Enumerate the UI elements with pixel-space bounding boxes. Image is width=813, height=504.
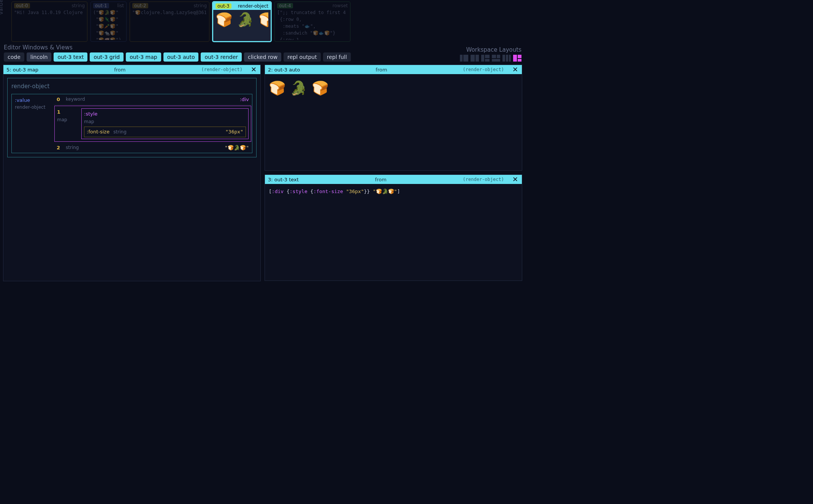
out3-map-button[interactable]: out-3 map <box>126 52 161 62</box>
pane-out3-text-close-icon[interactable]: ✕ <box>512 176 519 183</box>
pane-out3-auto-render: 🍞 🐊 🍞 <box>265 74 522 170</box>
layout-icon-1[interactable] <box>460 55 468 62</box>
out3-text-button[interactable]: out-3 text <box>54 52 87 62</box>
pane-out3-text-body: [:div {:style {:font-size "36px"}} "🍞🐊🍞"… <box>265 184 522 280</box>
layout-icon-6[interactable] <box>513 55 521 62</box>
pane-out3-text: 3: out-3 text from (render-object) ✕ [:d… <box>265 174 522 281</box>
button-bar: code lincoln out-3 text out-3 grid out-3… <box>0 52 354 65</box>
out-4-card[interactable]: out-4rowset [";; truncated to first 4 ro… <box>274 2 350 42</box>
pane-out3-text-from: from <box>306 177 455 182</box>
out-2-body: "🍞clojure.lang.LazySeq@361aa2c🍞" <box>132 9 207 16</box>
output-cards-row: value(s) out-0string "Hi! Java 11.0.19 C… <box>0 0 525 42</box>
layout-icon-5[interactable] <box>502 55 511 62</box>
out-3-type: render-object <box>238 3 268 9</box>
pane-out3-auto-close-icon[interactable]: ✕ <box>512 66 519 73</box>
code-button[interactable]: code <box>4 52 24 62</box>
out3-render-button[interactable]: out-3 render <box>201 52 242 62</box>
pane-out3-map-header[interactable]: 5: out-3 map from (render-object) ✕ <box>3 65 260 74</box>
editor-section-title: Editor Windows & Views <box>0 42 354 52</box>
pane-out3-map-body: render-object :value render-object 0 key… <box>3 74 260 281</box>
out-2-type: string <box>194 3 207 8</box>
out-4-type: rowset <box>333 3 348 8</box>
pane-out3-map-close-icon[interactable]: ✕ <box>250 66 257 73</box>
pane-out3-text-header[interactable]: 3: out-3 text from (render-object) ✕ <box>265 175 522 184</box>
layout-icon-4[interactable] <box>492 55 500 62</box>
panes: 5: out-3 map from (render-object) ✕ rend… <box>0 65 525 281</box>
repl-output-button[interactable]: repl output <box>284 52 320 62</box>
pane-out3-map-from: from <box>46 67 193 73</box>
out-1-card[interactable]: out-1list ("🍞🐊🍞" "🍞🦎🍞" "🍞🥕🍞" "🍞🐀🍞" "🍞🐖🍞"… <box>90 2 127 42</box>
pane-out3-map-title: 5: out-3 map <box>6 67 38 73</box>
out-1-tag: out-1 <box>93 3 109 8</box>
pane-out3-text-title: 3: out-3 text <box>268 177 299 182</box>
map-root-title: render-object <box>11 82 252 91</box>
map-idx-1[interactable]: 1 map :style map <box>54 106 251 142</box>
pane-out3-text-sub: (render-object) <box>463 177 504 182</box>
repl-full-button[interactable]: repl full <box>323 52 351 62</box>
pane-out3-auto: 2: out-3 auto from (render-object) ✕ 🍞 🐊… <box>265 65 522 171</box>
layout-icons <box>460 55 521 62</box>
map-inspector: render-object :value render-object 0 key… <box>7 78 257 157</box>
pane-out3-auto-title: 2: out-3 auto <box>268 67 300 73</box>
map-idx-0[interactable]: 0 keyword :div <box>54 94 252 105</box>
lincoln-button[interactable]: lincoln <box>27 52 52 62</box>
font-size-box[interactable]: :font-size string "36px" <box>84 127 246 137</box>
values-side-label: value(s) <box>0 0 4 14</box>
out3-auto-button[interactable]: out-3 auto <box>163 52 199 62</box>
style-box: :style map :font-size string "36px" <box>81 108 249 139</box>
out-1-type: list <box>117 3 124 8</box>
pane-out3-auto-from: from <box>307 67 455 73</box>
out-0-card[interactable]: out-0string "Hi! Java 11.0.19 Clojure 1.… <box>11 2 87 42</box>
out-0-tag: out-0 <box>14 3 30 8</box>
out-2-card[interactable]: out-2string "🍞clojure.lang.LazySeq@361aa… <box>130 2 209 42</box>
pane-out3-map: 5: out-3 map from (render-object) ✕ rend… <box>3 65 261 281</box>
out-1-body: ("🍞🐊🍞" "🍞🦎🍞" "🍞🥕🍞" "🍞🐀🍞" "🍞🐖🍞") <box>93 9 124 40</box>
pane-out3-auto-header[interactable]: 2: out-3 auto from (render-object) ✕ <box>265 65 522 74</box>
out-4-tag: out-4 <box>277 3 293 8</box>
out-0-body: "Hi! Java 11.0.19 Clojure 1.10.3" <box>14 9 85 16</box>
out-3-card[interactable]: out-3render-object 🍞 🐊 🍞 <box>212 2 271 42</box>
out-3-tag: out-3 <box>216 3 231 9</box>
out-3-render: 🍞 🐊 🍞 <box>216 11 268 28</box>
pane-out3-map-sub: (render-object) <box>201 67 242 72</box>
map-idx-2[interactable]: 2 string "🍞🐊🍞" <box>54 143 252 153</box>
out3-grid-button[interactable]: out-3 grid <box>90 52 124 62</box>
out-4-body: [";; truncated to first 4 rows" {:row 0,… <box>277 9 348 40</box>
clicked-row-button[interactable]: clicked row <box>244 52 281 62</box>
out-2-tag: out-2 <box>132 3 148 8</box>
map-key-value[interactable]: :value render-object <box>12 94 54 153</box>
out-0-type: string <box>72 3 85 8</box>
pane-out3-auto-sub: (render-object) <box>463 67 504 72</box>
layout-icon-2[interactable] <box>471 55 479 62</box>
workspace-layouts-title: Workspace Layouts <box>460 44 521 55</box>
layout-icon-3[interactable] <box>481 55 490 62</box>
